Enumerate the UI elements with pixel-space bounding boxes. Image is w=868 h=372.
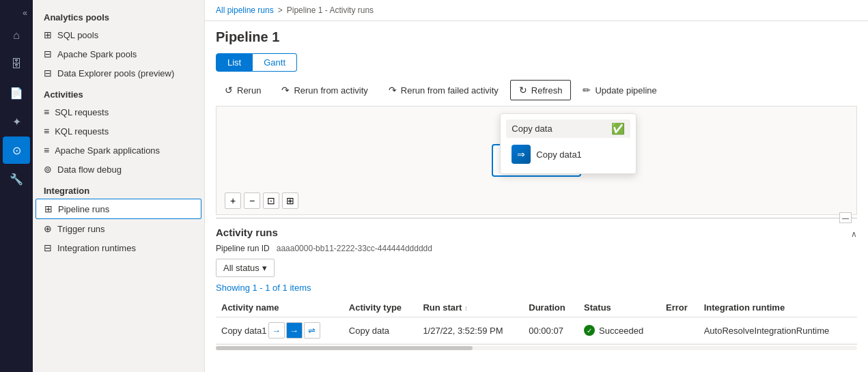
popup-header: Copy data ✅ — [506, 119, 630, 138]
sort-icon: ↕ — [464, 304, 468, 312]
popup-card: Copy data ✅ ⇒ Copy data1 — [500, 113, 636, 174]
update-pipeline-label: Update pipeline — [595, 85, 656, 96]
cell-status: ✓ Succeeded — [578, 317, 660, 344]
activity-name-value: Copy data1 — [221, 326, 267, 336]
status-success-icon: ✓ — [584, 325, 595, 336]
linked-service-button[interactable]: ⇌ — [304, 322, 320, 339]
sidebar-item-data-flow-debug-label: Data flow debug — [57, 164, 122, 175]
horizontal-scrollbar-thumb[interactable] — [216, 346, 473, 350]
cell-run-start: 1/27/22, 3:52:59 PM — [417, 317, 523, 344]
sidebar-item-data-explorer-pools[interactable]: ⊟ Data Explorer pools (preview) — [33, 63, 204, 83]
showing-count-text: Showing 1 - 1 of 1 items — [216, 283, 857, 293]
integration-runtimes-icon: ⊟ — [44, 242, 52, 253]
breadcrumb-current: Pipeline 1 - Activity runs — [287, 5, 374, 15]
col-integration-runtime: Integration runtime — [699, 298, 857, 317]
integration-section-title: Integration — [33, 179, 204, 199]
pipeline-runs-icon: ⊞ — [44, 203, 53, 214]
sidebar-item-pipeline-runs[interactable]: ⊞ Pipeline runs — [36, 199, 201, 219]
sidebar-item-apache-spark-applications[interactable]: ≡ Apache Spark applications — [33, 141, 204, 160]
main-content: All pipeline runs > Pipeline 1 - Activit… — [205, 0, 868, 372]
activity-runs-table: Activity name Activity type Run start ↕ … — [216, 298, 857, 344]
activity-runs-table-scroll[interactable]: Activity name Activity type Run start ↕ … — [216, 298, 857, 345]
apache-spark-pools-icon: ⊟ — [44, 48, 52, 59]
sidebar-item-apache-spark-pools-label: Apache Spark pools — [57, 49, 137, 59]
breadcrumb-all-pipeline-runs[interactable]: All pipeline runs — [216, 5, 274, 15]
sidebar-item-integration-runtimes-label: Integration runtimes — [57, 243, 136, 253]
status-value: Succeeded — [599, 326, 643, 336]
data-icon[interactable]: 🗄 — [3, 51, 30, 78]
col-run-start[interactable]: Run start ↕ — [417, 298, 523, 317]
sidebar-item-integration-runtimes[interactable]: ⊟ Integration runtimes — [33, 238, 204, 257]
sidebar-item-kql-requests[interactable]: ≡ KQL requests — [33, 121, 204, 141]
collapse-button[interactable]: — — [839, 212, 852, 223]
col-duration-label: Duration — [529, 302, 565, 313]
sidebar-item-apache-spark-pools[interactable]: ⊟ Apache Spark pools — [33, 44, 204, 63]
col-duration: Duration — [523, 298, 578, 317]
cell-integration-runtime: AutoResolveIntegrationRuntime — [699, 317, 857, 344]
fit-to-screen-button[interactable]: ⊞ — [282, 192, 298, 209]
horizontal-scrollbar-track — [216, 346, 857, 350]
rerun-from-failed-icon: ↷ — [389, 85, 397, 96]
pipeline-run-id-row: Pipeline run ID aaaa0000-bb11-2222-33cc-… — [216, 244, 857, 253]
input-output-button[interactable]: → — [268, 322, 285, 339]
update-pipeline-button[interactable]: ✏ Update pipeline — [574, 80, 665, 100]
rerun-from-failed-label: Rerun from failed activity — [401, 85, 499, 96]
list-view-button[interactable]: List — [216, 53, 253, 72]
popup-header-title: Copy data — [512, 124, 552, 134]
icon-bar: « ⌂ 🗄 📄 ✦ ⊙ 🔧 — [0, 0, 33, 372]
col-status-label: Status — [584, 302, 611, 313]
status-filter-chevron: ▾ — [262, 263, 267, 273]
col-error: Error — [660, 298, 699, 317]
rerun-from-failed-button[interactable]: ↷ Rerun from failed activity — [380, 80, 507, 100]
zoom-out-button[interactable]: − — [244, 192, 260, 209]
refresh-icon: ↻ — [519, 85, 527, 96]
section-divider: — — [216, 218, 857, 218]
view-toggle: List Gantt — [216, 53, 857, 72]
col-integration-runtime-label: Integration runtime — [704, 302, 785, 313]
data-flow-debug-icon: ⊚ — [44, 164, 52, 175]
sidebar-item-trigger-runs[interactable]: ⊕ Trigger runs — [33, 219, 204, 238]
popup-copy-data1-item[interactable]: ⇒ Copy data1 — [506, 141, 630, 168]
sidebar-item-sql-pools[interactable]: ⊞ SQL pools — [33, 25, 204, 44]
sidebar-item-trigger-runs-label: Trigger runs — [57, 224, 105, 234]
breadcrumb: All pipeline runs > Pipeline 1 - Activit… — [205, 0, 868, 21]
data-explorer-pools-icon: ⊟ — [44, 68, 52, 78]
sidebar-item-data-explorer-pools-label: Data Explorer pools (preview) — [57, 68, 174, 78]
rerun-from-activity-button[interactable]: ↷ Rerun from activity — [272, 80, 376, 100]
table-row: Copy data1 → → ⇌ Copy data 1/27/22, 3:52… — [216, 317, 857, 344]
integrate-icon[interactable]: ⊙ — [3, 137, 30, 164]
popup-success-icon: ✅ — [611, 122, 625, 135]
col-error-label: Error — [666, 302, 688, 313]
gantt-view-button[interactable]: Gantt — [253, 53, 297, 72]
row-actions: Copy data1 → → ⇌ — [221, 322, 338, 339]
pipeline-diagram: ⇒ Copy data ✓ Copy data ✅ ⇒ Copy data1 + — [216, 106, 857, 215]
cell-error — [660, 317, 699, 344]
content-area: Pipeline 1 List Gantt ↺ Rerun ↷ Rerun fr… — [205, 21, 868, 372]
rerun-row-button[interactable]: → — [286, 322, 303, 339]
rerun-button[interactable]: ↺ Rerun — [216, 80, 270, 100]
monitor-icon[interactable]: 🔧 — [3, 165, 30, 192]
activities-section-title: Activities — [33, 83, 204, 102]
analytics-pools-section-title: Analytics pools — [33, 5, 204, 25]
sidebar-item-kql-requests-label: KQL requests — [55, 126, 109, 137]
sparkle-icon[interactable]: ✦ — [3, 108, 30, 135]
refresh-button[interactable]: ↻ Refresh — [510, 80, 572, 100]
sidebar-item-data-flow-debug[interactable]: ⊚ Data flow debug — [33, 160, 204, 179]
fit-to-page-button[interactable]: ⊡ — [263, 192, 279, 209]
sidebar-item-sql-pools-label: SQL pools — [57, 30, 98, 40]
activity-runs-collapse-icon[interactable]: ∧ — [851, 229, 857, 239]
zoom-in-button[interactable]: + — [225, 192, 241, 209]
collapse-sidebar-btn[interactable]: « — [20, 5, 30, 20]
page-title: Pipeline 1 — [216, 29, 857, 45]
toolbar: ↺ Rerun ↷ Rerun from activity ↷ Rerun fr… — [216, 80, 857, 100]
pipeline-run-id-value: aaaa0000-bb11-2222-33cc-444444dddddd — [277, 244, 432, 253]
col-run-start-label: Run start — [423, 302, 462, 313]
apache-spark-apps-icon: ≡ — [44, 145, 49, 156]
rerun-from-activity-label: Rerun from activity — [294, 85, 367, 96]
status-filter-dropdown[interactable]: All status ▾ — [216, 259, 275, 277]
notebook-icon[interactable]: 📄 — [3, 79, 30, 106]
rerun-icon: ↺ — [225, 85, 233, 96]
update-pipeline-icon: ✏ — [583, 85, 591, 96]
home-icon[interactable]: ⌂ — [3, 22, 30, 49]
sidebar-item-sql-requests[interactable]: ≡ SQL requests — [33, 102, 204, 121]
